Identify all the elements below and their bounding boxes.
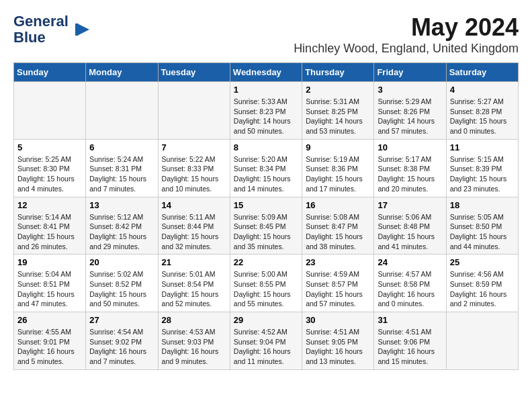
day-info: Sunrise: 4:52 AM Sunset: 9:04 PM Dayligh… [234,327,298,367]
day-number: 24 [378,257,442,267]
day-number: 4 [450,85,515,95]
day-number: 28 [162,315,226,325]
day-number: 21 [162,257,226,267]
day-number: 25 [450,257,515,267]
calendar-cell: 8Sunrise: 5:20 AM Sunset: 8:34 PM Daylig… [230,139,302,197]
calendar-table: SundayMondayTuesdayWednesdayThursdayFrid… [13,62,519,370]
calendar-cell: 30Sunrise: 4:51 AM Sunset: 9:05 PM Dayli… [302,312,374,370]
calendar-cell: 12Sunrise: 5:14 AM Sunset: 8:41 PM Dayli… [14,197,86,255]
day-info: Sunrise: 4:51 AM Sunset: 9:05 PM Dayligh… [306,327,370,367]
calendar-cell: 9Sunrise: 5:19 AM Sunset: 8:36 PM Daylig… [302,139,374,197]
day-info: Sunrise: 4:54 AM Sunset: 9:02 PM Dayligh… [89,327,154,367]
calendar-cell: 31Sunrise: 4:51 AM Sunset: 9:06 PM Dayli… [374,312,446,370]
logo-line1: General [13,13,69,30]
location-title: Hinchley Wood, England, United Kingdom [294,42,519,56]
weekday-header-monday: Monday [86,63,158,82]
calendar-cell [446,312,518,370]
day-number: 2 [306,85,370,95]
day-number: 26 [17,315,82,325]
calendar-cell: 1Sunrise: 5:33 AM Sunset: 8:23 PM Daylig… [230,82,302,140]
day-number: 18 [450,200,515,210]
day-number: 11 [450,142,515,152]
calendar-cell: 21Sunrise: 5:01 AM Sunset: 8:54 PM Dayli… [158,255,230,312]
day-info: Sunrise: 5:06 AM Sunset: 8:48 PM Dayligh… [378,212,442,252]
svg-marker-0 [77,24,89,36]
day-info: Sunrise: 5:15 AM Sunset: 8:39 PM Dayligh… [450,154,515,194]
day-number: 9 [306,142,370,152]
calendar-cell: 28Sunrise: 4:53 AM Sunset: 9:03 PM Dayli… [158,312,230,370]
day-info: Sunrise: 5:25 AM Sunset: 8:30 PM Dayligh… [17,154,82,194]
month-title: May 2024 [294,13,519,42]
calendar-cell: 13Sunrise: 5:12 AM Sunset: 8:42 PM Dayli… [86,197,158,255]
logo-icon [71,19,91,40]
calendar-cell [14,82,86,140]
calendar-cell: 7Sunrise: 5:22 AM Sunset: 8:33 PM Daylig… [158,139,230,197]
day-info: Sunrise: 5:00 AM Sunset: 8:55 PM Dayligh… [234,269,298,309]
day-info: Sunrise: 5:33 AM Sunset: 8:23 PM Dayligh… [234,97,298,136]
day-info: Sunrise: 5:05 AM Sunset: 8:50 PM Dayligh… [450,212,515,252]
day-number: 30 [306,315,370,325]
logo-text: General Blue [13,13,69,46]
day-info: Sunrise: 4:51 AM Sunset: 9:06 PM Dayligh… [378,327,442,367]
day-info: Sunrise: 5:11 AM Sunset: 8:44 PM Dayligh… [162,212,226,252]
calendar-cell: 14Sunrise: 5:11 AM Sunset: 8:44 PM Dayli… [158,197,230,255]
day-info: Sunrise: 4:55 AM Sunset: 9:01 PM Dayligh… [17,327,82,367]
calendar-cell: 20Sunrise: 5:02 AM Sunset: 8:52 PM Dayli… [86,255,158,312]
day-info: Sunrise: 5:14 AM Sunset: 8:41 PM Dayligh… [17,212,82,252]
day-number: 13 [89,200,154,210]
weekday-header-tuesday: Tuesday [158,63,230,82]
calendar-cell: 27Sunrise: 4:54 AM Sunset: 9:02 PM Dayli… [86,312,158,370]
day-info: Sunrise: 5:09 AM Sunset: 8:45 PM Dayligh… [234,212,298,252]
day-info: Sunrise: 5:01 AM Sunset: 8:54 PM Dayligh… [162,269,226,309]
day-number: 19 [17,257,82,267]
day-number: 22 [234,257,298,267]
calendar-cell: 15Sunrise: 5:09 AM Sunset: 8:45 PM Dayli… [230,197,302,255]
day-number: 17 [378,200,442,210]
calendar-cell: 24Sunrise: 4:57 AM Sunset: 8:58 PM Dayli… [374,255,446,312]
day-info: Sunrise: 5:12 AM Sunset: 8:42 PM Dayligh… [89,212,154,252]
day-info: Sunrise: 5:19 AM Sunset: 8:36 PM Dayligh… [306,154,370,194]
calendar-cell: 19Sunrise: 5:04 AM Sunset: 8:51 PM Dayli… [14,255,86,312]
day-info: Sunrise: 5:04 AM Sunset: 8:51 PM Dayligh… [17,269,82,309]
weekday-header-saturday: Saturday [446,63,518,82]
calendar-cell: 17Sunrise: 5:06 AM Sunset: 8:48 PM Dayli… [374,197,446,255]
calendar-cell: 16Sunrise: 5:08 AM Sunset: 8:47 PM Dayli… [302,197,374,255]
day-number: 15 [234,200,298,210]
calendar-cell: 5Sunrise: 5:25 AM Sunset: 8:30 PM Daylig… [14,139,86,197]
calendar-cell: 25Sunrise: 4:56 AM Sunset: 8:59 PM Dayli… [446,255,518,312]
calendar-cell: 3Sunrise: 5:29 AM Sunset: 8:26 PM Daylig… [374,82,446,140]
calendar-cell: 23Sunrise: 4:59 AM Sunset: 8:57 PM Dayli… [302,255,374,312]
weekday-header-thursday: Thursday [302,63,374,82]
weekday-header-row: SundayMondayTuesdayWednesdayThursdayFrid… [14,63,519,82]
calendar-week-3: 12Sunrise: 5:14 AM Sunset: 8:41 PM Dayli… [14,197,519,255]
day-number: 31 [378,315,442,325]
day-number: 29 [234,315,298,325]
day-number: 23 [306,257,370,267]
calendar-cell: 18Sunrise: 5:05 AM Sunset: 8:50 PM Dayli… [446,197,518,255]
calendar-cell: 26Sunrise: 4:55 AM Sunset: 9:01 PM Dayli… [14,312,86,370]
calendar-week-5: 26Sunrise: 4:55 AM Sunset: 9:01 PM Dayli… [14,312,519,370]
calendar-cell: 4Sunrise: 5:27 AM Sunset: 8:28 PM Daylig… [446,82,518,140]
day-number: 27 [89,315,154,325]
day-number: 10 [378,142,442,152]
title-block: May 2024 Hinchley Wood, England, United … [294,13,519,56]
calendar-cell [86,82,158,140]
day-number: 20 [89,257,154,267]
day-info: Sunrise: 5:31 AM Sunset: 8:25 PM Dayligh… [306,97,370,136]
weekday-header-friday: Friday [374,63,446,82]
calendar-week-1: 1Sunrise: 5:33 AM Sunset: 8:23 PM Daylig… [14,82,519,140]
page-header: General Blue May 2024 Hinchley Wood, Eng… [13,13,519,56]
calendar-cell [158,82,230,140]
day-info: Sunrise: 5:02 AM Sunset: 8:52 PM Dayligh… [89,269,154,309]
day-info: Sunrise: 5:17 AM Sunset: 8:38 PM Dayligh… [378,154,442,194]
day-number: 14 [162,200,226,210]
day-info: Sunrise: 5:29 AM Sunset: 8:26 PM Dayligh… [378,97,442,136]
logo: General Blue [13,13,91,46]
calendar-cell: 29Sunrise: 4:52 AM Sunset: 9:04 PM Dayli… [230,312,302,370]
calendar-cell: 10Sunrise: 5:17 AM Sunset: 8:38 PM Dayli… [374,139,446,197]
calendar-cell: 11Sunrise: 5:15 AM Sunset: 8:39 PM Dayli… [446,139,518,197]
weekday-header-wednesday: Wednesday [230,63,302,82]
weekday-header-sunday: Sunday [14,63,86,82]
day-number: 1 [234,85,298,95]
day-number: 6 [89,142,154,152]
